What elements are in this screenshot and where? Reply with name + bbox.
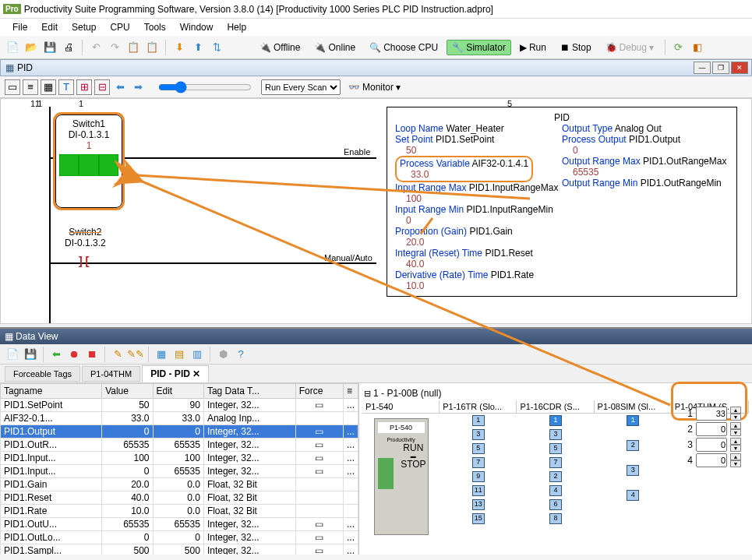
close-button[interactable]: ✕ — [731, 62, 748, 74]
stop-button[interactable]: ⏹ Stop — [555, 40, 597, 55]
table-row[interactable]: PID1.Rate10.00.0Float, 32 Bit — [1, 505, 358, 518]
col-tagtype[interactable]: Tag Data T... — [203, 384, 295, 399]
thm-ch3: 3▲▼ — [687, 438, 741, 452]
choose-cpu-button[interactable]: 🔍 Choose CPU — [364, 40, 443, 55]
table-row[interactable]: PID1.Reset40.00.0Float, 32 Bit — [1, 491, 358, 505]
dv-chart-icon[interactable]: ▤ — [171, 347, 187, 362]
menu-tools[interactable]: Tools — [138, 20, 172, 34]
table-row[interactable]: PID1.Output00Integer, 32...▭... — [1, 425, 358, 438]
dv-new-icon[interactable]: 📄 — [5, 347, 20, 362]
dv-save-icon[interactable]: 💾 — [23, 347, 38, 362]
open-icon[interactable]: 📂 — [23, 40, 39, 55]
paste-icon[interactable]: 📋 — [144, 40, 160, 55]
undo-icon[interactable]: ↶ — [88, 40, 104, 55]
spin-up-icon[interactable]: ▲ — [730, 407, 741, 414]
tag-grid[interactable]: Tagname Value Edit Tag Data T... Force ≡… — [0, 383, 358, 555]
ladder-tool-1[interactable]: ▭ — [5, 79, 20, 95]
tab-p104thm[interactable]: P1-04THM — [82, 366, 140, 382]
mod-p1540[interactable]: P1-540 — [362, 400, 440, 413]
table-row[interactable]: PID1.Sampl...500500Integer, 32...▭... — [1, 544, 358, 555]
table-row[interactable]: PID1.Input...100100Integer, 32...▭... — [1, 452, 358, 465]
tab-close-icon[interactable]: ✕ — [192, 368, 200, 379]
ladder-tool-a2[interactable]: ⊟ — [94, 79, 110, 95]
process-variable-highlight: Process Variable AIF32-0.1.4.1 33.0 — [395, 156, 533, 182]
transfer-up-icon[interactable]: ⬆ — [190, 40, 206, 55]
restore-button[interactable]: ❐ — [712, 62, 729, 74]
table-row[interactable]: PID1.Gain20.00.0Float, 32 Bit — [1, 478, 358, 491]
thm-ch2: 2▲▼ — [687, 422, 741, 436]
monitor-button[interactable]: 👓 Monitor ▾ — [343, 79, 406, 95]
tab-pid[interactable]: PID - PID ✕ — [142, 365, 209, 382]
new-icon[interactable]: 📄 — [5, 40, 20, 55]
pid-box-title: PID — [395, 112, 729, 123]
run-mode-select[interactable]: Run Every Scan — [261, 79, 341, 95]
tab-forceable[interactable]: Forceable Tags — [5, 366, 80, 382]
ladder-right-icon[interactable]: ➡ — [130, 79, 146, 95]
contact-switch2[interactable]: Switch2 DI-0.1.3.2 — [65, 227, 106, 248]
mod-p108sim[interactable]: P1-08SIM (Sl... — [595, 400, 672, 413]
mod-p116tr[interactable]: P1-16TR (Slo... — [440, 400, 517, 413]
print-icon[interactable]: 🖨 — [61, 40, 76, 55]
table-row[interactable]: PID1.OutLo...00Integer, 32...▭... — [1, 531, 358, 544]
table-row[interactable]: PID1.OutR...6553565535Integer, 32...▭... — [1, 438, 358, 452]
zoom-slider[interactable] — [158, 81, 252, 93]
col-force[interactable]: Force — [295, 384, 343, 399]
ladder-canvas[interactable]: 1 5 1 1.1 Switch1 DI-0.1.3.1 1 Switch2 D… — [0, 98, 752, 324]
ladder-tool-t[interactable]: T — [58, 79, 74, 95]
compare-icon[interactable]: ⇅ — [209, 40, 224, 55]
dv-write-icon[interactable]: ✎ — [110, 347, 125, 362]
thm-ch2-input[interactable] — [696, 422, 727, 436]
data-view-panel: ▦ Data View 📄 💾 ⬅ ⏺ ⏹ ✎ ✎✎ ▦ ▤ ▥ ⬢ ? For… — [0, 327, 752, 560]
mod-p116cdr[interactable]: P1-16CDR (S... — [517, 400, 594, 413]
dv-writeall-icon[interactable]: ✎✎ — [128, 347, 143, 362]
thm-ch4-input[interactable] — [696, 453, 727, 467]
p1540-image: P1-540 Productivity RUN▬STOP — [374, 418, 429, 535]
spin-down-icon[interactable]: ▼ — [730, 414, 741, 421]
ladder-tool-a1[interactable]: ⊞ — [76, 79, 92, 95]
menu-setup[interactable]: Setup — [65, 20, 102, 34]
menu-help[interactable]: Help — [221, 20, 252, 34]
dv-record-icon[interactable]: ⏺ — [66, 347, 82, 362]
table-row[interactable]: PID1.OutU...6553565535Integer, 32...▭... — [1, 518, 358, 531]
thm-ch3-input[interactable] — [696, 438, 727, 452]
pid-instruction-box[interactable]: PID Loop Name Water_Heater Set Point PID… — [387, 107, 737, 297]
dv-prev-icon[interactable]: ⬅ — [48, 347, 64, 362]
switch2-addr: DI-0.1.3.2 — [65, 238, 106, 248]
save-icon[interactable]: 💾 — [42, 40, 58, 55]
menu-file[interactable]: File — [6, 20, 34, 34]
col-edit[interactable]: Edit — [153, 384, 203, 399]
run-button[interactable]: ▶ Run — [514, 40, 552, 55]
col-extra[interactable]: ≡ — [343, 384, 358, 399]
online-button[interactable]: 🔌 Online — [309, 40, 361, 55]
enable-label: Enable — [344, 147, 370, 157]
dv-hex-icon[interactable]: ⬢ — [215, 347, 231, 362]
simulator-button[interactable]: 🔧 Simulator — [447, 40, 511, 55]
ladder-tool-3[interactable]: ▦ — [41, 79, 56, 95]
menu-cpu[interactable]: CPU — [104, 20, 136, 34]
switch1-name: Switch1 — [59, 118, 118, 129]
transfer-down-icon[interactable]: ⬇ — [171, 40, 187, 55]
offline-button[interactable]: 🔌 Offline — [254, 40, 305, 55]
contact-switch1[interactable]: Switch1 DI-0.1.3.1 1 — [55, 114, 122, 208]
dv-grid-icon[interactable]: ▦ — [154, 347, 169, 362]
dv-help-icon[interactable]: ? — [233, 347, 249, 362]
minimize-button[interactable]: — — [694, 62, 711, 74]
col-tagname[interactable]: Tagname — [1, 384, 102, 399]
copy-icon[interactable]: 📋 — [125, 40, 141, 55]
table-row[interactable]: PID1.Input...065535Integer, 32...▭... — [1, 465, 358, 478]
menu-edit[interactable]: Edit — [35, 20, 64, 34]
ladder-left-icon[interactable]: ⬅ — [112, 79, 128, 95]
redo-icon[interactable]: ↷ — [107, 40, 122, 55]
debug-button[interactable]: 🐞 Debug ▾ — [600, 40, 659, 55]
col-value[interactable]: Value — [102, 384, 153, 399]
tool-icon-2[interactable]: ◧ — [690, 40, 705, 55]
table-row[interactable]: PID1.SetPoint5090Integer, 32...▭... — [1, 399, 358, 412]
menu-window[interactable]: Window — [174, 20, 220, 34]
thm-ch1-input[interactable] — [696, 407, 727, 421]
dv-stop-icon[interactable]: ⏹ — [84, 347, 100, 362]
table-row[interactable]: AIF32-0.1...33.033.0Analog Inp... — [1, 412, 358, 425]
app-logo: Pro — [3, 4, 21, 14]
ladder-tool-2[interactable]: ≡ — [23, 79, 38, 95]
tool-icon-1[interactable]: ⟳ — [671, 40, 687, 55]
dv-table-icon[interactable]: ▥ — [189, 347, 205, 362]
